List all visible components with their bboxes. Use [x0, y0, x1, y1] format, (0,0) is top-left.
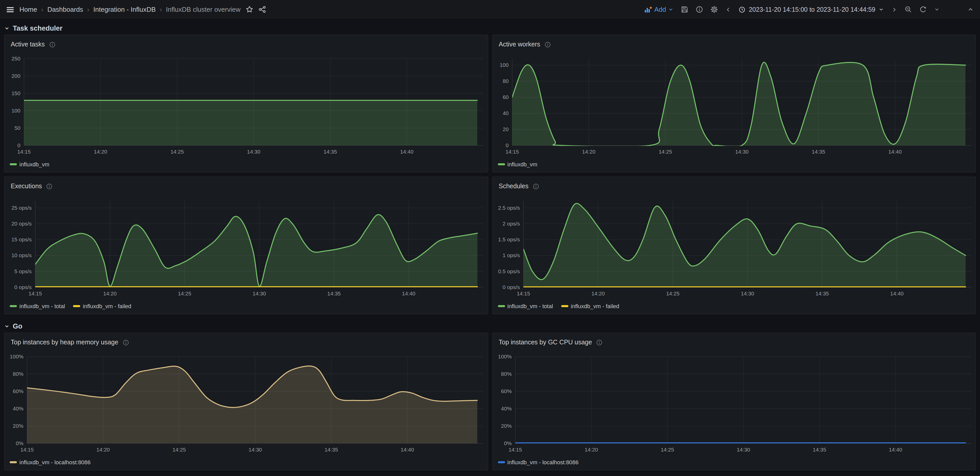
- panel-title[interactable]: Schedules: [499, 182, 528, 190]
- clock-icon: [739, 6, 746, 13]
- time-shift-forward-icon[interactable]: [891, 6, 897, 13]
- add-button[interactable]: Add: [644, 5, 674, 14]
- svg-text:14:40: 14:40: [889, 447, 902, 452]
- svg-text:14:25: 14:25: [666, 290, 679, 297]
- info-icon[interactable]: [596, 339, 603, 346]
- share-icon[interactable]: [258, 6, 266, 13]
- panel-heap-memory: Top instances by heap memory usage0%20%4…: [4, 333, 488, 470]
- chevron-down-icon: [4, 25, 10, 31]
- legend: influxdb_vm: [493, 160, 975, 171]
- legend-swatch: [498, 305, 505, 307]
- section-title: Go: [13, 322, 22, 330]
- panel-title[interactable]: Top instances by heap memory usage: [11, 339, 118, 346]
- zoom-out-time-icon[interactable]: [904, 6, 912, 13]
- svg-text:40%: 40%: [501, 406, 511, 411]
- svg-text:60%: 60%: [13, 388, 24, 394]
- refresh-icon[interactable]: [919, 6, 927, 13]
- chevron-down-icon: [878, 6, 884, 12]
- legend-swatch: [10, 461, 17, 463]
- svg-text:0 ops/s: 0 ops/s: [14, 284, 32, 290]
- legend: influxdb_vm: [5, 160, 487, 171]
- save-dashboard-icon[interactable]: [681, 6, 689, 13]
- panel-header: Top instances by heap memory usage: [5, 333, 487, 349]
- favorite-star-icon[interactable]: [246, 6, 253, 13]
- add-panel-icon: [644, 5, 652, 14]
- info-icon[interactable]: [49, 41, 56, 48]
- svg-text:20 ops/s: 20 ops/s: [11, 221, 32, 227]
- svg-text:60: 60: [503, 94, 508, 100]
- panel-title[interactable]: Executions: [11, 182, 42, 190]
- section-title: Task scheduler: [13, 24, 62, 32]
- legend-item[interactable]: influxdb_vm: [498, 161, 537, 167]
- chart-executions: 0 ops/s5 ops/s10 ops/s15 ops/s20 ops/s25…: [5, 192, 487, 301]
- section-header-task-scheduler[interactable]: Task scheduler: [4, 21, 976, 35]
- svg-text:14:20: 14:20: [97, 447, 110, 452]
- svg-text:1 ops/s: 1 ops/s: [502, 252, 520, 258]
- svg-text:80%: 80%: [13, 371, 24, 377]
- dashboard-insights-icon[interactable]: [696, 6, 703, 13]
- svg-text:14:25: 14:25: [172, 447, 186, 452]
- legend-swatch: [10, 305, 17, 307]
- section-header-go[interactable]: Go: [4, 319, 976, 333]
- legend-label: influxdb_vm: [508, 161, 537, 167]
- info-icon[interactable]: [544, 41, 551, 48]
- svg-text:14:20: 14:20: [584, 447, 598, 452]
- breadcrumb-separator: ›: [88, 6, 89, 13]
- legend-label: influxdb_vm - total: [19, 303, 65, 309]
- panel-title[interactable]: Active tasks: [11, 41, 45, 48]
- breadcrumb: Home › Dashboards › Integration - Influx…: [19, 6, 240, 13]
- svg-text:14:25: 14:25: [658, 149, 671, 155]
- legend: influxdb_vm - totalinfluxdb_vm - failed: [493, 301, 975, 313]
- svg-text:200: 200: [11, 73, 21, 79]
- breadcrumb-dashboards[interactable]: Dashboards: [47, 6, 83, 13]
- dashboard-settings-gear-icon[interactable]: [711, 6, 718, 13]
- section-grid-0: Active tasks05010015020025014:1514:2014:…: [4, 35, 976, 314]
- info-icon[interactable]: [122, 339, 129, 346]
- svg-text:50: 50: [14, 125, 21, 131]
- legend-item[interactable]: influxdb_vm: [10, 161, 49, 167]
- legend-label: influxdb_vm - failed: [83, 303, 132, 309]
- svg-text:100: 100: [11, 108, 21, 114]
- legend-swatch: [498, 461, 505, 463]
- svg-text:14:40: 14:40: [888, 149, 901, 155]
- info-icon[interactable]: [46, 183, 52, 190]
- svg-text:0: 0: [18, 142, 21, 148]
- svg-text:14:15: 14:15: [18, 149, 31, 155]
- legend-item[interactable]: influxdb_vm - total: [498, 303, 553, 309]
- panel-title[interactable]: Top instances by GC CPU usage: [499, 339, 592, 346]
- panel-active-tasks: Active tasks05010015020025014:1514:2014:…: [4, 35, 488, 173]
- panel-schedules: Schedules0 ops/s0.5 ops/s1 ops/s1.5 ops/…: [492, 176, 976, 314]
- svg-text:100%: 100%: [498, 354, 511, 359]
- breadcrumb-home[interactable]: Home: [19, 6, 37, 13]
- time-range-picker[interactable]: 2023-11-20 14:15:00 to 2023-11-20 14:44:…: [739, 6, 884, 13]
- svg-text:14:40: 14:40: [402, 290, 415, 297]
- collapse-topbar-icon[interactable]: [967, 6, 974, 13]
- legend-item[interactable]: influxdb_vm - total: [10, 303, 65, 309]
- menu-icon[interactable]: [6, 5, 14, 14]
- legend-item[interactable]: influxdb_vm - failed: [73, 303, 132, 309]
- svg-text:14:15: 14:15: [517, 290, 530, 297]
- info-icon[interactable]: [533, 183, 539, 190]
- svg-text:0: 0: [505, 142, 508, 148]
- panel-title[interactable]: Active workers: [499, 41, 540, 48]
- svg-text:80: 80: [503, 78, 508, 84]
- svg-text:150: 150: [11, 90, 21, 96]
- breadcrumb-separator: ›: [160, 6, 162, 13]
- legend: influxdb_vm - totalinfluxdb_vm - failed: [5, 301, 487, 313]
- svg-text:40: 40: [503, 110, 508, 116]
- legend-item[interactable]: influxdb_vm - failed: [561, 303, 619, 309]
- chart-schedules: 0 ops/s0.5 ops/s1 ops/s1.5 ops/s2 ops/s2…: [493, 192, 975, 301]
- svg-text:0%: 0%: [504, 440, 511, 446]
- time-shift-back-icon[interactable]: [725, 6, 732, 13]
- legend-item[interactable]: influxdb_vm - localhost:8086: [10, 459, 91, 465]
- svg-text:14:30: 14:30: [253, 290, 266, 297]
- svg-text:14:15: 14:15: [29, 290, 42, 297]
- svg-text:14:30: 14:30: [735, 149, 748, 155]
- svg-text:14:35: 14:35: [815, 290, 829, 297]
- legend-item[interactable]: influxdb_vm - localhost:8086: [498, 459, 579, 465]
- chart-active-tasks: 05010015020025014:1514:2014:2514:3014:35…: [5, 51, 487, 160]
- chart-gc-cpu: 0%20%40%60%80%100%14:1514:2014:2514:3014…: [493, 349, 975, 458]
- refresh-interval-chevron-icon[interactable]: [934, 6, 940, 12]
- legend-label: influxdb_vm - total: [508, 303, 553, 309]
- breadcrumb-folder[interactable]: Integration - InfluxDB: [94, 6, 156, 13]
